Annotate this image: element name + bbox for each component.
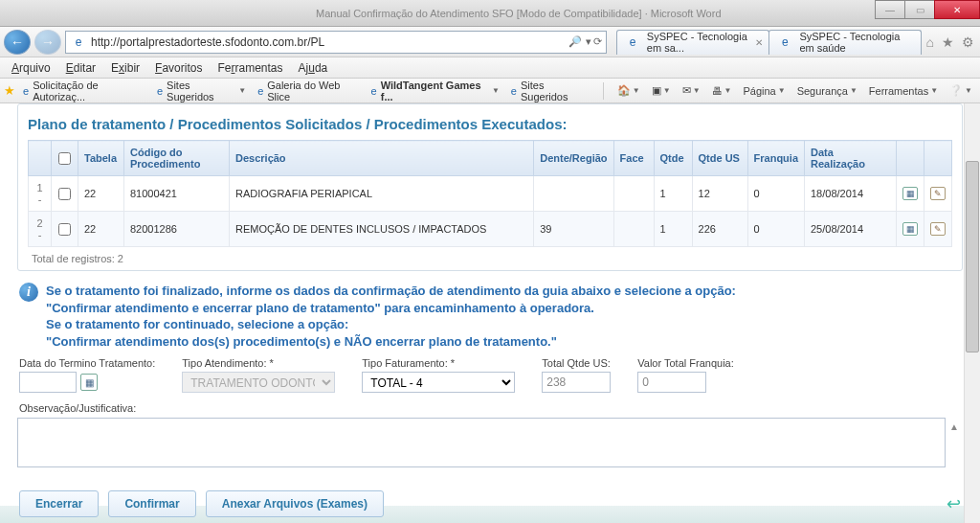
ie-icon: e <box>371 85 377 97</box>
col-data[interactable]: Data Realização <box>805 141 897 176</box>
calendar-icon[interactable]: ▦ <box>902 222 918 236</box>
search-dropdown-icon[interactable]: 🔎 ▾ <box>568 35 590 48</box>
calendar-icon[interactable]: ▦ <box>902 187 918 200</box>
menu-ajuda[interactable]: Ajuda <box>291 61 336 75</box>
col-tabela[interactable]: Tabela <box>78 141 124 176</box>
ie-icon: e <box>257 85 263 97</box>
window-close-button[interactable]: ✕ <box>934 0 980 19</box>
info-line: Se o tratamento foi finalizado, informe … <box>46 283 736 300</box>
refresh-icon[interactable]: ⟳ <box>593 35 602 48</box>
security-menu[interactable]: Segurança▼ <box>793 85 861 97</box>
favorites-icon[interactable]: ★ <box>940 34 956 50</box>
cell-tabela: 22 <box>78 212 124 247</box>
chevron-down-icon: ▼ <box>492 86 500 95</box>
address-bar[interactable]: e 🔎 ▾ ⟳ <box>65 31 607 54</box>
col-index <box>29 141 52 176</box>
home-tool-icon[interactable]: 🏠▼ <box>613 84 644 97</box>
tab-label: SySPEC - Tecnologia em saúde <box>799 31 914 54</box>
textarea-scroll-up-icon[interactable]: ▲ <box>949 421 959 432</box>
label-observacao: Observação/Justificativa: <box>19 402 961 414</box>
browser-tab[interactable]: e SySPEC - Tecnologia em sa... ✕ <box>616 30 769 55</box>
cell-dente <box>534 176 613 212</box>
window-minimize-button[interactable]: — <box>875 0 905 19</box>
nav-forward-button[interactable]: → <box>34 30 61 55</box>
tipo-faturamento-select[interactable]: TOTAL - 4 <box>362 372 515 393</box>
select-all-checkbox[interactable] <box>58 152 71 165</box>
encerrar-button[interactable]: Encerrar <box>19 490 99 517</box>
nav-back-button[interactable]: ← <box>4 30 31 55</box>
help-tool-icon[interactable]: ❔▼ <box>946 84 976 97</box>
cell-codigo: 82001286 <box>124 212 230 247</box>
mail-tool-icon[interactable]: ✉▼ <box>679 84 704 97</box>
info-line: "Confirmar atendimento e encerrar plano … <box>46 300 736 317</box>
menu-arquivo[interactable]: Arquivo <box>4 61 58 75</box>
menu-ferramentas[interactable]: Ferramentas <box>210 61 290 75</box>
col-edit <box>924 141 952 176</box>
fav-link[interactable]: eSites Sugeridos▼ <box>153 80 250 102</box>
row-index: 1 - <box>29 176 52 212</box>
tab-label: SySPEC - Tecnologia em sa... <box>647 31 751 54</box>
cell-descricao: RADIOGRAFIA PERIAPICAL <box>230 176 534 212</box>
fav-link[interactable]: eWildTangent Games f...▼ <box>368 80 503 102</box>
button-row: Encerrar Confirmar Anexar Arquivos (Exam… <box>19 490 961 517</box>
return-icon[interactable]: ↩ <box>947 493 961 514</box>
favorites-star-icon[interactable]: ★ <box>4 83 15 98</box>
separator <box>603 82 604 100</box>
home-icon[interactable]: ⌂ <box>924 34 936 50</box>
page-menu[interactable]: Página▼ <box>739 85 789 97</box>
browser-favorites-bar: ★ eSolicitação de Autorizaç... eSites Su… <box>0 79 980 103</box>
print-tool-icon[interactable]: 🖶▼ <box>708 85 736 97</box>
window-maximize-button[interactable]: ▭ <box>904 0 935 19</box>
cell-franquia: 0 <box>747 212 804 247</box>
row-checkbox[interactable] <box>58 223 71 236</box>
menu-exibir[interactable]: Exibir <box>103 61 147 75</box>
col-face[interactable]: Face <box>613 141 654 176</box>
fav-link[interactable]: eSolicitação de Autorizaç... <box>19 80 149 102</box>
cell-data: 25/08/2014 <box>805 212 897 247</box>
tab-close-icon[interactable]: ✕ <box>755 37 763 48</box>
fav-link[interactable]: eSites Sugeridos <box>507 80 593 102</box>
row-checkbox[interactable] <box>58 188 71 200</box>
cell-tabela: 22 <box>78 176 124 212</box>
vertical-scrollbar[interactable] <box>964 103 980 523</box>
browser-navbar: ← → e 🔎 ▾ ⟳ e SySPEC - Tecnologia em sa.… <box>0 27 980 57</box>
label-tipo-atendimento: Tipo Atendimento: * <box>182 357 335 369</box>
info-block: i Se o tratamento foi finalizado, inform… <box>19 283 961 350</box>
address-input[interactable] <box>91 32 565 53</box>
scrollbar-thumb[interactable] <box>966 161 979 352</box>
observacao-textarea[interactable] <box>17 418 946 467</box>
browser-tab[interactable]: e SySPEC - Tecnologia em saúde <box>768 30 922 55</box>
label-data-termino: Data do Termino Tratamento: <box>19 357 155 369</box>
info-line: "Confirmar atendimento dos(s) procedimen… <box>46 333 736 351</box>
cell-face <box>613 212 654 247</box>
col-descricao[interactable]: Descrição <box>230 141 534 176</box>
col-dente[interactable]: Dente/Região <box>534 141 613 176</box>
row-index: 2 - <box>29 212 52 247</box>
fav-link[interactable]: eGaleria do Web Slice <box>254 80 363 102</box>
col-qtde[interactable]: Qtde <box>654 141 692 176</box>
menu-favoritos[interactable]: Favoritos <box>147 61 210 75</box>
cell-qtde: 1 <box>654 176 692 212</box>
col-check[interactable] <box>52 141 78 176</box>
col-codigo[interactable]: Código do Procedimento <box>124 141 230 176</box>
cell-franquia: 0 <box>747 176 804 212</box>
calendar-icon[interactable]: ▦ <box>80 374 98 391</box>
valor-franquia-input <box>637 372 706 393</box>
col-qtdeus[interactable]: Qtde US <box>692 141 747 176</box>
edit-icon[interactable]: ✎ <box>930 187 946 200</box>
data-termino-input[interactable] <box>19 372 77 393</box>
feed-tool-icon[interactable]: ▣▼ <box>648 84 675 97</box>
menu-editar[interactable]: Editar <box>58 61 103 75</box>
settings-icon[interactable]: ⚙ <box>960 34 976 50</box>
col-cal <box>897 141 924 176</box>
panel-title: Plano de tratamento / Procedimentos Soli… <box>28 116 952 132</box>
col-franquia[interactable]: Franquia <box>747 141 804 176</box>
tools-menu[interactable]: Ferramentas▼ <box>865 85 942 97</box>
edit-icon[interactable]: ✎ <box>930 222 946 236</box>
anexar-arquivos-button[interactable]: Anexar Arquivos (Exames) <box>206 490 384 517</box>
cell-codigo: 81000421 <box>124 176 230 212</box>
confirmar-button[interactable]: Confirmar <box>108 490 195 517</box>
ie-icon: e <box>511 85 517 97</box>
window-titlebar: Manual Confirmação do Atendimento SFO [M… <box>0 0 980 27</box>
tipo-atendimento-select: TRATAMENTO ODONTOLO <box>182 372 335 393</box>
